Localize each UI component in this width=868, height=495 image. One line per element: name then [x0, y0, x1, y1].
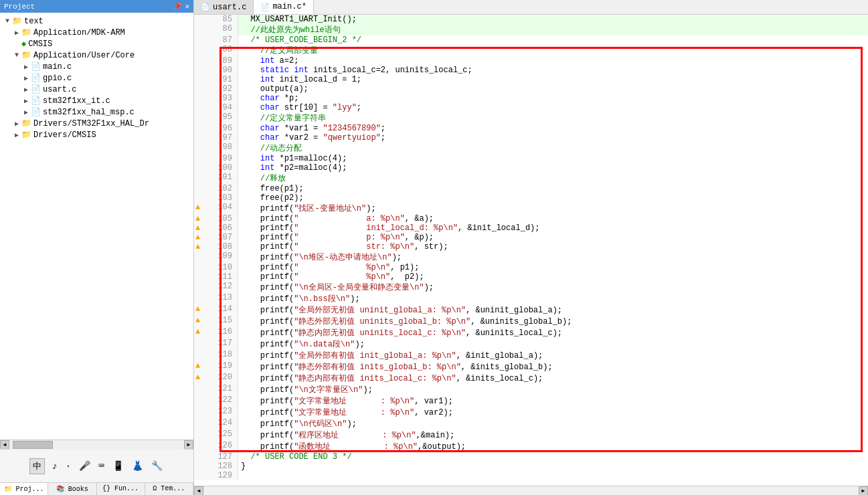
table-row: 102 free(p1);	[194, 184, 868, 193]
expand-icon[interactable]: ▶	[12, 120, 21, 128]
line-content: //此处原先为while语句	[238, 24, 869, 35]
expand-icon[interactable]: ▶	[21, 108, 31, 116]
line-content: printf("\n.bss段\n");	[238, 293, 869, 304]
pin-icon[interactable]: 📌	[173, 2, 182, 11]
sidebar-item-drivers-stm[interactable]: ▶ 📁 Drivers/STM32F1xx_HAL_Dr	[0, 118, 193, 129]
sidebar: Project 📌 ✕ ▼ 📁 text ▶ 📁 Application/MDK…	[0, 0, 194, 495]
sidebar-item-gpio-c[interactable]: ▶ 📄 gpio.c	[0, 72, 193, 84]
editor-hscrollbar[interactable]: ◀ ▶	[194, 486, 868, 495]
line-content: printf("静态内部无初值 uninits_local_c: %p\n", …	[238, 327, 869, 338]
main-container: Project 📌 ✕ ▼ 📁 text ▶ 📁 Application/MDK…	[0, 0, 868, 495]
table-row: 90 static int inits_local_c=2, uninits_l…	[194, 66, 868, 75]
table-row: 113 printf("\n.bss段\n");	[194, 293, 868, 304]
line-number: 121	[194, 384, 238, 395]
expand-icon[interactable]: ▶	[12, 131, 21, 139]
line-content: printf("找区-变量地址\n");	[238, 203, 869, 214]
table-row: 127 /* USER CODE END 3 */	[194, 452, 868, 462]
line-content: int a=2;	[238, 56, 869, 66]
mic-btn[interactable]: 🎤	[78, 459, 92, 473]
line-number: 88	[194, 45, 238, 56]
tab-books[interactable]: 📚 Books	[48, 483, 96, 495]
expand-icon[interactable]: ▶	[21, 74, 31, 82]
line-number: 93	[194, 94, 238, 103]
expand-icon[interactable]: ▼	[3, 17, 12, 25]
sidebar-item-usart-c[interactable]: ▶ 📄 usart.c	[0, 84, 193, 95]
table-row: ▲108 printf(" str: %p\n", str);	[194, 242, 868, 252]
line-content: printf("程序区地址 : %p\n",&main);	[238, 429, 869, 441]
table-row: 118 printf("全局外部有初值 init_global_a: %p\n"…	[194, 350, 868, 361]
sidebar-item-text[interactable]: ▼ 📁 text	[0, 15, 193, 27]
tab-usart[interactable]: 📄 usart.c	[194, 0, 254, 14]
table-row: ▲107 printf(" p: %p\n", &p);	[194, 233, 868, 242]
tree-item-label: Drivers/CMSIS	[33, 130, 96, 140]
line-content: printf(" a: %p\n", &a);	[238, 214, 869, 223]
c-file-icon: 📄	[31, 84, 41, 94]
music-btn[interactable]: ♪	[50, 460, 58, 473]
line-content: int *p1=malloc(4);	[238, 154, 869, 163]
line-number: 97	[194, 133, 238, 142]
mobile-btn[interactable]: 📱	[111, 459, 125, 473]
tab-project[interactable]: 📁 Proj...	[0, 483, 48, 495]
table-row: ▲119 printf("静态外部有初值 inits_global_b: %p\…	[194, 361, 868, 373]
line-number: 113	[194, 293, 238, 304]
table-row: 97 char *var2 = "qwertyuiop";	[194, 133, 868, 142]
table-row: ▲120 printf("静态内部有初值 inits_local_c: %p\n…	[194, 373, 868, 384]
expand-icon[interactable]: ▶	[21, 97, 31, 105]
line-number: 110	[194, 263, 238, 272]
code-area[interactable]: 85 MX_USART1_UART_Init(); 86 //此处原先为whil…	[194, 15, 868, 486]
line-number: 86	[194, 24, 238, 35]
clothes-btn[interactable]: 👗	[131, 459, 145, 473]
tab-templates[interactable]: Ω Tem...	[145, 483, 193, 495]
editor-scroll-left[interactable]: ◀	[194, 486, 203, 496]
sidebar-item-stm32-it[interactable]: ▶ 📄 stm32f1xx_it.c	[0, 95, 193, 106]
keyboard-btn[interactable]: ⌨	[97, 459, 105, 473]
line-number: 99	[194, 154, 238, 163]
sidebar-item-drivers-cmsis[interactable]: ▶ 📁 Drivers/CMSIS	[0, 129, 193, 140]
table-row: 124 printf("\n代码区\n");	[194, 418, 868, 429]
line-content: printf("全局外部有初值 init_global_a: %p\n", &i…	[238, 350, 869, 361]
table-row: ▲105 printf(" a: %p\n", &a);	[194, 214, 868, 223]
expand-icon[interactable]: ▶	[21, 86, 31, 94]
line-number: ▲106	[194, 223, 238, 233]
line-number: 98	[194, 142, 238, 154]
sidebar-item-cmsis[interactable]: ◆ CMSIS	[0, 38, 193, 50]
chinese-input-btn[interactable]: 中	[29, 458, 45, 474]
table-row: 111 printf(" %p\n", p2);	[194, 272, 868, 282]
line-number: 92	[194, 84, 238, 94]
sidebar-item-app-user[interactable]: ▼ 📁 Application/User/Core	[0, 50, 193, 61]
line-content: printf("\n全局区-全局变量和静态变量\n");	[238, 282, 869, 293]
expand-icon[interactable]: ▼	[12, 52, 21, 59]
table-row: 125 printf("程序区地址 : %p\n",&main);	[194, 429, 868, 441]
tab-functions[interactable]: {} Fun...	[97, 483, 145, 495]
line-number: 101	[194, 173, 238, 184]
table-row: 129	[194, 471, 868, 480]
table-row: 110 printf(" %p\n", p1);	[194, 263, 868, 272]
line-content: char *var2 = "qwertyuiop";	[238, 133, 869, 142]
table-row: 93 char *p;	[194, 94, 868, 103]
tab-main[interactable]: 📄 main.c*	[254, 0, 313, 14]
sidebar-hscrollbar[interactable]: ◀ ▶	[0, 439, 193, 449]
code-table: 85 MX_USART1_UART_Init(); 86 //此处原先为whil…	[194, 15, 868, 480]
expand-icon[interactable]: ▶	[12, 29, 21, 37]
close-icon[interactable]: ✕	[185, 2, 189, 11]
expand-icon[interactable]: ▶	[21, 63, 31, 71]
editor-scroll-track[interactable]	[203, 486, 859, 496]
scroll-left-btn[interactable]: ◀	[0, 440, 9, 450]
sidebar-item-mdk[interactable]: ▶ 📁 Application/MDK-ARM	[0, 27, 193, 38]
dot-btn[interactable]: ·	[64, 460, 72, 473]
tree-item-label: Application/MDK-ARM	[33, 28, 125, 37]
line-number: ▲120	[194, 373, 238, 384]
green-icon: ◆	[21, 39, 26, 49]
sidebar-item-stm32-msp[interactable]: ▶ 📄 stm32f1xx_hal_msp.c	[0, 106, 193, 118]
editor-scroll-right[interactable]: ▶	[859, 486, 868, 496]
table-row: 123 printf("文字常量地址 : %p\n", var2);	[194, 407, 868, 418]
table-row: 86 //此处原先为while语句	[194, 24, 868, 35]
scroll-track[interactable]	[9, 440, 184, 450]
line-number: 100	[194, 163, 238, 173]
line-content: printf("全局外部无初值 uninit_global_a: %p\n", …	[238, 304, 869, 316]
table-row: ▲104 printf("找区-变量地址\n");	[194, 203, 868, 214]
scroll-right-btn[interactable]: ▶	[184, 440, 193, 450]
sidebar-item-main-c[interactable]: ▶ 📄 main.c	[0, 61, 193, 72]
table-row: 101 //释放	[194, 173, 868, 184]
settings-btn[interactable]: 🔧	[150, 459, 164, 473]
